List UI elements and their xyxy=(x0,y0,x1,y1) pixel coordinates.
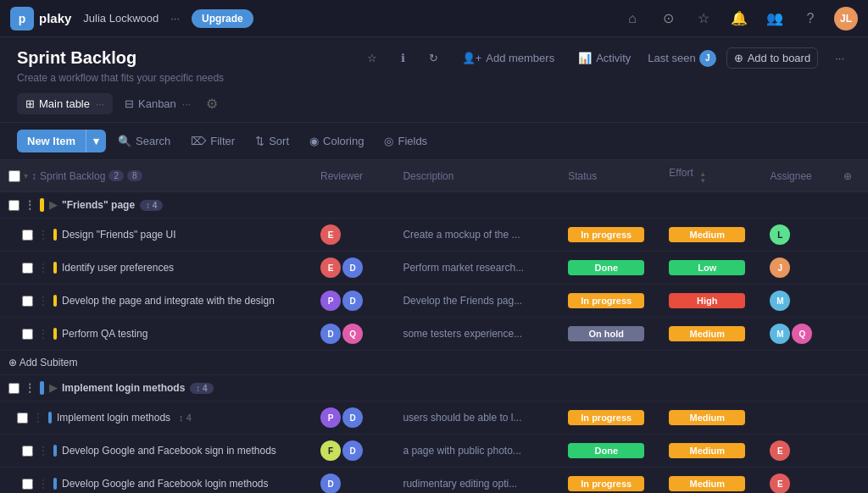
add-members-button[interactable]: 👤+ Add members xyxy=(455,48,562,68)
description-cell: Develop the Friends pag... xyxy=(394,285,559,318)
status-cell[interactable]: In progress xyxy=(559,402,660,435)
activity-icon: 📊 xyxy=(578,52,592,64)
assignee-avatar: J xyxy=(770,258,790,278)
row-checkbox[interactable] xyxy=(22,479,33,490)
assignee-cell: E xyxy=(761,468,835,494)
filter-button[interactable]: ⌦ Filter xyxy=(182,130,243,152)
assignee-cell xyxy=(761,402,835,435)
add-column-button[interactable]: ⊕ xyxy=(835,160,868,192)
board-title: Sprint Backlog xyxy=(17,48,136,68)
help-icon[interactable]: ? xyxy=(798,7,822,30)
group-friends-color-bar xyxy=(40,198,44,212)
info-board-button[interactable]: ℹ xyxy=(394,48,412,68)
upgrade-button[interactable]: Upgrade xyxy=(192,9,253,28)
home-icon[interactable]: ⌂ xyxy=(620,7,644,30)
group-friends-expand[interactable]: ▶ xyxy=(49,199,57,211)
row-checkbox[interactable] xyxy=(22,446,33,457)
description-cell: a page with public photo... xyxy=(394,435,559,468)
app-logo[interactable]: p plaky xyxy=(10,7,71,30)
row-checkbox[interactable] xyxy=(22,263,33,274)
task-name: Develop Google and Facebook login method… xyxy=(62,478,269,490)
assignee-cell: M xyxy=(761,285,835,318)
effort-cell[interactable]: High xyxy=(660,285,761,318)
effort-cell[interactable]: Medium xyxy=(660,318,761,351)
status-cell[interactable]: In progress xyxy=(559,219,660,252)
main-table-dots[interactable]: ··· xyxy=(96,98,104,110)
fields-icon: ◎ xyxy=(384,135,393,147)
new-item-dropdown-arrow[interactable]: ▾ xyxy=(86,130,106,152)
new-item-button[interactable]: New Item ▾ xyxy=(17,130,106,152)
row-drag-handle: ⋮ xyxy=(38,229,48,241)
reviewer-avatar-d: D xyxy=(320,324,341,344)
col-header-assignee: Assignee xyxy=(761,160,835,192)
row-checkbox[interactable] xyxy=(22,230,33,241)
main-table-icon: ⊞ xyxy=(25,97,35,110)
effort-cell[interactable]: Low xyxy=(660,252,761,285)
sprint-table: ▾ ↕ Sprint Backlog 2 8 Reviewer Descript… xyxy=(0,160,868,493)
status-cell[interactable]: Done xyxy=(559,435,660,468)
reviewer-avatar-e: E xyxy=(320,258,341,278)
status-cell[interactable]: In progress xyxy=(559,468,660,494)
table-header-row: ▾ ↕ Sprint Backlog 2 8 Reviewer Descript… xyxy=(0,160,868,192)
status-cell[interactable]: On hold xyxy=(559,318,660,351)
col-header-status: Status xyxy=(559,160,660,192)
group-header-friends: ⋮ ▶ "Friends" page ↕ 4 xyxy=(0,192,868,219)
task-name: Perform QA testing xyxy=(62,328,147,340)
info-icon[interactable]: ⊙ xyxy=(656,7,680,30)
description-cell: rudimentary editing opti... xyxy=(394,468,559,494)
group-login-checkbox[interactable] xyxy=(8,383,19,394)
assignee-avatar-m: M xyxy=(770,324,790,344)
row-color-bar xyxy=(53,445,57,457)
reviewer-avatar-p: P xyxy=(320,291,341,311)
kanban-dots[interactable]: ··· xyxy=(182,98,191,110)
board-more-button[interactable]: ··· xyxy=(828,48,851,68)
search-button[interactable]: 🔍 Search xyxy=(109,130,179,152)
tab-main-table[interactable]: ⊞ Main table ··· xyxy=(17,93,113,114)
people-icon[interactable]: 👥 xyxy=(763,7,787,30)
board-subtitle: Create a workflow that fits your specifi… xyxy=(17,72,851,84)
bell-icon[interactable]: 🔔 xyxy=(727,7,751,30)
status-cell[interactable]: Done xyxy=(559,252,660,285)
effort-cell[interactable]: Medium xyxy=(660,402,761,435)
group-friends-counter: ↕ 4 xyxy=(140,200,163,211)
row-drag-handle: ⋮ xyxy=(38,328,48,340)
table-settings-button[interactable]: ⚙ xyxy=(203,92,221,115)
col-header-task: ▾ ↕ Sprint Backlog 2 8 xyxy=(0,160,312,192)
tab-kanban[interactable]: ⊟ Kanban ··· xyxy=(116,93,199,114)
fields-button[interactable]: ◎ Fields xyxy=(376,130,436,152)
add-subitem-row[interactable]: ⊕ Add Subitem xyxy=(0,351,868,375)
task-name: Identify user preferences xyxy=(62,262,174,274)
activity-button[interactable]: 📊 Activity xyxy=(571,48,637,68)
assignee-cell: E xyxy=(761,435,835,468)
effort-cell[interactable]: Medium xyxy=(660,219,761,252)
table-row: ⋮ Identify user preferences E D Perform … xyxy=(0,252,868,285)
status-cell[interactable]: In progress xyxy=(559,285,660,318)
effort-cell[interactable]: Medium xyxy=(660,468,761,494)
row-color-bar xyxy=(53,229,57,241)
effort-cell[interactable]: Medium xyxy=(660,435,761,468)
star-icon[interactable]: ☆ xyxy=(692,7,715,30)
group-friends-checkbox[interactable] xyxy=(8,200,19,211)
app-name: plaky xyxy=(39,11,71,25)
group-login-drag: ⋮ xyxy=(25,382,35,394)
row-checkbox[interactable] xyxy=(17,413,28,424)
user-avatar[interactable]: JL xyxy=(834,7,858,30)
row-checkbox[interactable] xyxy=(22,329,33,340)
task-name: Develop Google and Facebook sign in meth… xyxy=(62,445,276,457)
automate-button[interactable]: ↻ xyxy=(422,48,445,68)
favorite-button[interactable]: ☆ xyxy=(360,48,384,68)
reviewer-cell: E xyxy=(312,219,394,252)
filter-icon: ⌦ xyxy=(191,135,206,147)
row-color-bar xyxy=(53,295,57,307)
group-login-color-bar xyxy=(40,381,44,395)
select-all-checkbox[interactable] xyxy=(8,170,20,182)
toolbar: New Item ▾ 🔍 Search ⌦ Filter ⇅ Sort ◉ Co… xyxy=(0,123,868,160)
group-login-expand[interactable]: ▶ xyxy=(49,382,57,394)
reviewer-avatar-f: F xyxy=(320,440,341,461)
nav-more-button[interactable]: ··· xyxy=(167,8,183,28)
row-checkbox[interactable] xyxy=(22,296,33,307)
reviewer-cell: D Q xyxy=(312,318,394,351)
coloring-button[interactable]: ◉ Coloring xyxy=(301,130,372,152)
sort-button[interactable]: ⇅ Sort xyxy=(247,130,298,152)
add-to-board-button[interactable]: ⊕ Add to board xyxy=(726,47,818,69)
